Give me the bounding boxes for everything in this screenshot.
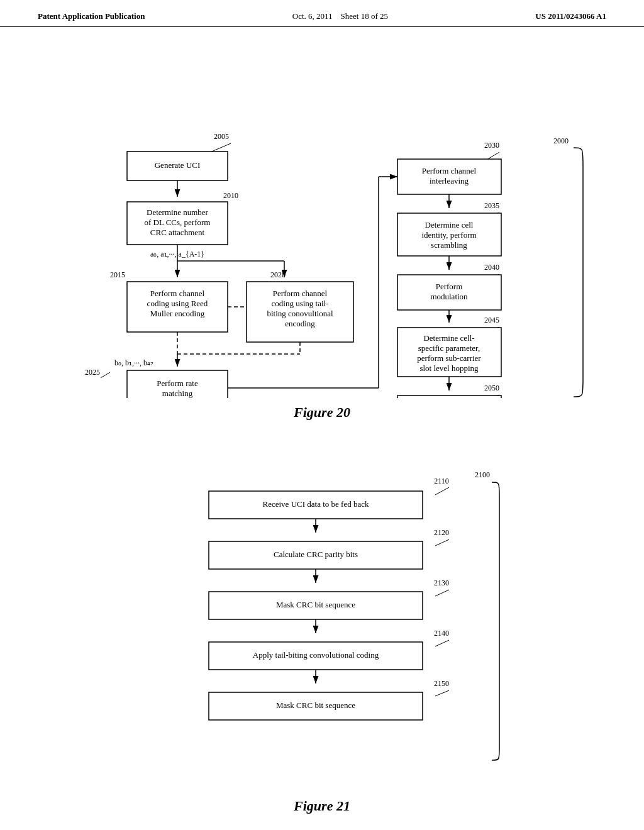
label-ci2: interleaving: [430, 176, 469, 185]
bracket-2025: [101, 372, 110, 378]
header-publication: Patent Application Publication: [38, 11, 145, 21]
page-header: Patent Application Publication Oct. 6, 2…: [0, 0, 644, 27]
label-mask2: Mask CRC bit sequence: [276, 700, 355, 710]
label-cid1: Determine cell: [425, 220, 474, 230]
label-det1: Determine number: [147, 208, 208, 217]
label-generate-uci: Generate UCI: [155, 160, 201, 170]
label-tb4: encoding: [285, 319, 315, 328]
label-tb2: coding using tail-: [272, 299, 329, 308]
ref-2015: 2015: [110, 270, 125, 279]
label-ci1: Perform channel: [422, 166, 477, 175]
hook-2110: [435, 487, 449, 495]
hook-2150: [435, 690, 449, 696]
hook-2130: [435, 590, 449, 596]
ref-2005: 2005: [214, 132, 229, 141]
label-ruci: Receive UCI data to be fed back: [263, 499, 369, 509]
ref-2040: 2040: [484, 263, 499, 272]
figure-20-caption: Figure 20: [38, 404, 606, 421]
bracket-2000: [574, 148, 583, 397]
label-mod2: modulation: [430, 292, 468, 301]
header-patent-num: US 2011/0243066 A1: [535, 11, 606, 21]
label-cs4: slot level hopping: [419, 363, 479, 373]
ref-2110: 2110: [434, 477, 449, 485]
label-tb3: biting conovultional: [267, 309, 333, 318]
hook-2140: [435, 640, 449, 646]
ref-2030: 2030: [484, 141, 499, 150]
ref-2025: 2025: [85, 368, 100, 377]
label-mod1: Perform: [436, 282, 463, 291]
label-tail: Apply tail-biting convolutional coding: [253, 650, 379, 660]
ref-2130: 2130: [434, 578, 449, 587]
label-cs1: Determine cell-: [423, 333, 474, 343]
ref-2045: 2045: [484, 316, 499, 324]
label-cs2: specific parameter,: [418, 343, 480, 353]
ref-2020: 2020: [270, 270, 286, 279]
ref-2120: 2120: [434, 528, 449, 537]
ref-2010: 2010: [223, 191, 238, 200]
label-rm2: coding using Reed: [147, 299, 208, 308]
figure-20-container: 2000 2005 Generate UCI 2010 Determine nu…: [38, 46, 606, 421]
label-crc: Calculate CRC parity bits: [274, 550, 358, 559]
main-content: 2000 2005 Generate UCI 2010 Determine nu…: [0, 27, 644, 830]
b-seq-label: b₀, b₁,···, b₄₇: [114, 358, 153, 367]
label-cs3: perform sub-carrier: [417, 353, 481, 363]
label-cid2: identity, perform: [421, 230, 476, 240]
ref-2150: 2150: [434, 679, 449, 688]
label-rm1: Perform channel: [150, 289, 205, 298]
box-resource-mapping: [397, 396, 501, 398]
ref-2000: 2000: [553, 136, 569, 145]
label-rate1: Perform rate: [157, 379, 198, 388]
hook-2120: [435, 540, 449, 546]
ref-2140: 2140: [434, 629, 449, 638]
label-mask1: Mask CRC bit sequence: [276, 600, 355, 609]
figure-20-svg: 2000 2005 Generate UCI 2010 Determine nu…: [45, 46, 599, 398]
ref-2050: 2050: [484, 384, 499, 392]
figure-21-container: 2100 2110 Receive UCI data to be fed bac…: [38, 440, 606, 814]
header-date-sheet: Oct. 6, 2011 Sheet 18 of 25: [292, 11, 388, 21]
ref-2035: 2035: [484, 201, 499, 210]
label-cid3: scrambling: [431, 240, 467, 250]
label-rate2: matching: [162, 389, 193, 398]
figure-21-caption: Figure 21: [38, 798, 606, 814]
label-tb1: Perform channel: [273, 289, 328, 298]
bracket-2100: [492, 482, 499, 760]
label-det3: CRC attachment: [150, 228, 205, 237]
label-det2: of DL CCs, perform: [145, 218, 211, 227]
ref-2100: 2100: [475, 470, 490, 479]
label-rm3: Muller encoding: [150, 309, 205, 318]
figure-21-svg: 2100 2110 Receive UCI data to be fed bac…: [133, 440, 511, 792]
